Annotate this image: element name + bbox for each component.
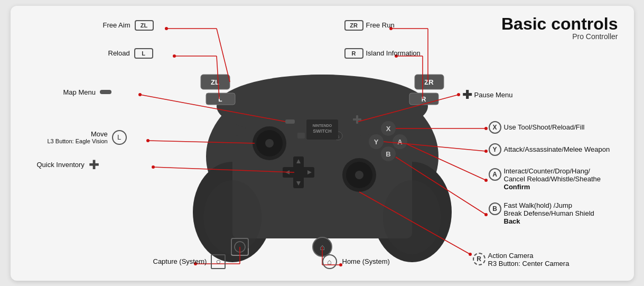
svg-point-46 [313,237,332,256]
svg-point-75 [484,179,488,182]
svg-text:R: R [421,96,426,103]
b-button-label: B Fast Walk(hold) /Jump Break Defense/Hu… [489,201,594,225]
svg-point-45 [235,242,245,252]
svg-point-2 [372,162,452,262]
capture-button-icon: ○ [211,254,226,269]
r3-button-icon: R [473,253,486,265]
plus-button-icon: ✚ [462,88,472,102]
svg-rect-29 [356,115,358,124]
svg-point-77 [484,213,488,216]
svg-point-65 [457,93,460,96]
svg-point-38 [369,134,384,149]
home-label: ⌂ Home (System) [322,254,390,269]
svg-line-84 [359,192,470,254]
page-subtitle: Pro Controller [501,32,618,41]
free-aim-label: Free Aim ZL [103,20,156,31]
svg-point-69 [152,165,155,169]
a-button-icon: A [489,168,501,181]
svg-text:X: X [386,125,390,133]
svg-line-66 [148,141,255,143]
controller-body: ZL L ZR R [193,75,452,262]
svg-line-68 [153,167,294,172]
svg-text:⌂: ⌂ [337,134,339,139]
zl-button-icon: ZL [135,20,154,31]
svg-point-36 [381,121,396,136]
svg-point-48 [203,180,262,254]
svg-rect-33 [306,119,338,140]
svg-line-51 [217,29,230,82]
minus-button-icon [100,90,111,94]
svg-marker-24 [285,170,290,174]
island-info-label: R Island Information [344,48,421,59]
b-button-icon: B [489,202,501,215]
svg-line-54 [217,56,219,99]
svg-text:A: A [397,138,403,146]
svg-rect-28 [353,118,361,121]
title-area: Basic controls Pro Controller [501,15,618,41]
svg-rect-4 [254,88,391,117]
svg-point-17 [342,158,376,192]
svg-text:B: B [386,150,390,158]
y-button-label: Y Attack/Assassinate/Melee Weapon [489,143,610,156]
svg-point-67 [146,139,150,142]
svg-point-15 [256,130,283,156]
svg-point-14 [253,126,286,160]
svg-point-16 [265,139,274,147]
svg-text:Y: Y [374,138,378,146]
svg-text:ZL: ZL [211,78,219,86]
svg-rect-44 [231,238,248,255]
svg-rect-30 [297,133,305,139]
svg-text:L: L [218,96,222,103]
svg-point-63 [138,93,142,96]
svg-line-76 [396,157,486,215]
svg-text:ZR: ZR [424,78,434,86]
svg-point-85 [469,253,472,256]
svg-marker-23 [296,181,301,186]
x-button-label: X Use Tool/Shoot/Reload/Fill [489,121,585,134]
l-button-icon: L [134,48,153,59]
home-button-icon: ⌂ [322,254,337,269]
svg-point-5 [217,75,428,138]
svg-point-71 [484,127,488,130]
svg-line-74 [407,144,486,180]
map-menu-label: Map Menu [63,88,114,96]
svg-point-52 [165,27,168,30]
svg-marker-22 [296,159,301,163]
controls-card: Basic controls Pro Controller ZL L [11,6,634,281]
svg-point-42 [381,146,396,161]
capture-label: Capture (System) ○ [153,254,229,269]
svg-line-64 [358,95,459,122]
svg-text:SWITCH: SWITCH [313,128,332,134]
svg-rect-10 [415,75,444,89]
zr-button-icon: ZR [344,20,363,31]
svg-point-40 [393,134,407,149]
move-label: Move L3 Button: Eagle Vision L [48,130,129,145]
action-camera-label: R Action Camera R3 Button: Center Camera [473,252,570,267]
svg-point-31 [334,132,342,140]
svg-rect-3 [232,135,412,238]
svg-text:NINTENDO: NINTENDO [312,124,332,127]
svg-line-62 [140,95,285,122]
r-button-icon: R [344,48,363,59]
dpad-icon: ✚ [89,158,99,172]
svg-rect-27 [349,117,358,126]
pause-menu-label: ✚ Pause Menu [462,88,513,102]
y-button-icon: Y [489,143,501,156]
svg-point-49 [383,180,441,254]
svg-point-55 [173,54,176,58]
free-run-label: ZR Free Run [344,20,395,31]
svg-text:⌂: ⌂ [320,243,325,252]
svg-rect-6 [201,75,230,89]
svg-rect-26 [285,119,295,124]
svg-point-0 [206,75,438,238]
reload-label: Reload L [108,48,156,59]
svg-line-72 [384,142,486,151]
svg-rect-21 [283,167,314,178]
page-title: Basic controls [501,15,618,32]
svg-point-19 [355,171,363,179]
a-button-label: A Interact/Counter/Drop/Hang/ Cancel Rel… [489,167,601,191]
svg-rect-8 [206,93,235,105]
svg-rect-20 [293,156,304,188]
svg-marker-25 [307,170,312,174]
svg-point-1 [193,162,272,262]
